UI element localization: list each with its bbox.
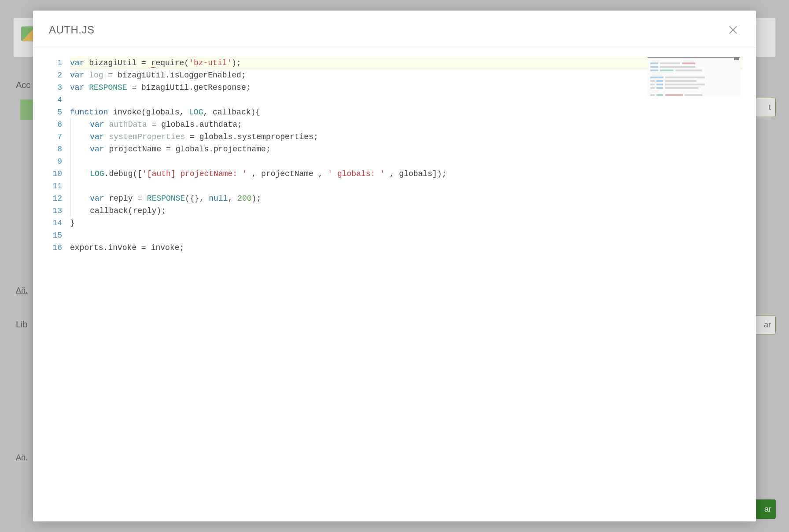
code-line[interactable]: var authData = globals.authdata; (70, 118, 743, 131)
close-icon (728, 25, 738, 35)
line-number: 4 (46, 94, 62, 106)
line-number: 1 (46, 57, 62, 69)
code-content[interactable]: var bizagiUtil = require('bz-util');var … (70, 57, 743, 513)
code-line[interactable]: var systemProperties = globals.systempro… (70, 131, 743, 143)
close-button[interactable] (726, 23, 740, 37)
code-line[interactable]: exports.invoke = invoke; (70, 242, 743, 254)
code-line[interactable]: callback(reply); (70, 205, 743, 217)
code-line[interactable] (70, 229, 743, 242)
code-line[interactable]: LOG.debug(['[auth] projectName: ' , proj… (70, 168, 743, 180)
line-number: 7 (46, 131, 62, 143)
line-number: 10 (46, 168, 62, 180)
code-line[interactable]: function invoke(globals, LOG, callback){ (70, 106, 743, 118)
line-number: 8 (46, 143, 62, 155)
code-line[interactable]: var bizagiUtil = require('bz-util'); (70, 57, 743, 69)
minimap-viewport-indicator (734, 58, 739, 60)
code-line[interactable]: var RESPONSE = bizagiUtil.getResponse; (70, 81, 743, 94)
code-viewer-modal: AUTH.JS 12345678910111213141516 var biza… (33, 11, 756, 521)
line-number: 6 (46, 118, 62, 131)
code-line[interactable]: var reply = RESPONSE({}, null, 200); (70, 192, 743, 205)
line-number: 14 (46, 217, 62, 229)
code-line[interactable] (70, 155, 743, 168)
line-number: 3 (46, 81, 62, 94)
line-number: 5 (46, 106, 62, 118)
line-number: 16 (46, 242, 62, 254)
code-line[interactable]: var projectName = globals.projectname; (70, 143, 743, 155)
code-line[interactable] (70, 94, 743, 106)
minimap[interactable] (648, 57, 740, 96)
line-number-gutter: 12345678910111213141516 (46, 57, 70, 513)
line-number: 12 (46, 192, 62, 205)
modal-header: AUTH.JS (33, 11, 756, 48)
line-number: 11 (46, 180, 62, 192)
line-number: 9 (46, 155, 62, 168)
code-line[interactable] (70, 180, 743, 192)
line-number: 15 (46, 229, 62, 242)
modal-title: AUTH.JS (49, 24, 95, 36)
code-line[interactable]: } (70, 217, 743, 229)
code-editor[interactable]: 12345678910111213141516 var bizagiUtil =… (33, 48, 756, 521)
code-line[interactable]: var log = bizagiUtil.isLoggerEnabled; (70, 69, 743, 81)
line-number: 2 (46, 69, 62, 81)
line-number: 13 (46, 205, 62, 217)
